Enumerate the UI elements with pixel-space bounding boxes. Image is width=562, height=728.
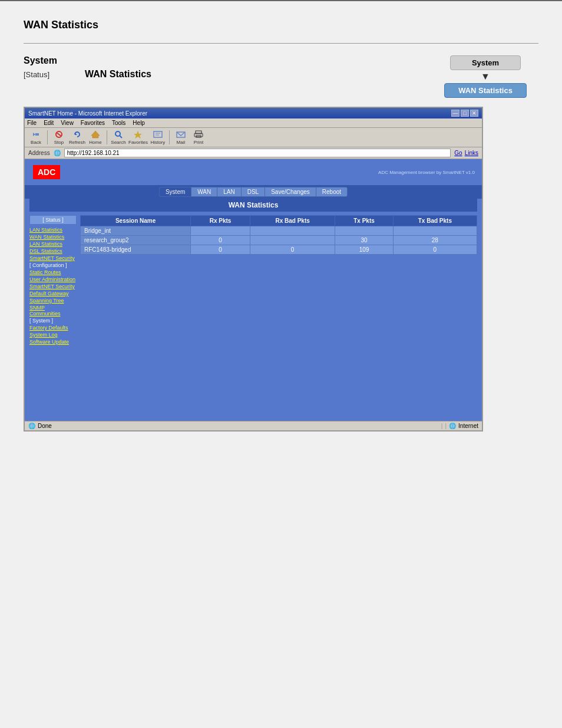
row-1-rx-bad <box>250 226 335 236</box>
table-row: RFC1483-bridged 0 0 109 0 <box>81 245 477 255</box>
wan-statistics-table: Session Name Rx Pkts Rx Bad Pkts Tx Pkts… <box>80 215 477 255</box>
ie-address-input[interactable] <box>64 149 451 157</box>
sidebar-item-spanning-tree[interactable]: Spanning Tree <box>29 297 77 304</box>
row-3-tx-bad: 0 <box>393 245 477 255</box>
row-1-tx-bad <box>393 226 477 236</box>
sidebar-item-wan-stats[interactable]: WAN Statistics <box>29 233 77 241</box>
row-2-tx-pkts: 30 <box>335 236 393 245</box>
ie-history-label: History <box>150 140 165 145</box>
ie-menu-favorites[interactable]: Favorites <box>81 120 105 126</box>
ie-refresh-label: Refresh <box>69 140 85 145</box>
ie-nav-tabs-inner: System WAN LAN DSL Save/Changes Reboot <box>159 187 348 197</box>
nav-tab-save[interactable]: Save/Changes <box>265 187 316 196</box>
ie-stop-label: Stop <box>54 140 64 145</box>
col-header-session: Session Name <box>81 216 191 226</box>
bc-arrow-icon: ▼ <box>481 71 490 82</box>
ie-statusbar: 🌐 Done | | 🌐 Internet <box>25 421 482 430</box>
col-header-tx-bad: Tx Bad Pkts <box>393 216 477 226</box>
ie-status-left: 🌐 Done <box>28 423 52 429</box>
ie-go-link[interactable]: Go <box>454 150 462 156</box>
sidebar-item-smartnet-security[interactable]: SmartNET Security <box>29 255 77 262</box>
breadcrumb-system: System <box>24 55 151 66</box>
ie-print-button[interactable]: Print <box>191 130 206 145</box>
sidebar-item-syslog[interactable]: System Log <box>29 331 77 338</box>
ie-browser-window: SmartNET Home - Microsoft Internet Explo… <box>24 107 483 431</box>
row-2-tx-bad: 28 <box>393 236 477 245</box>
ie-maximize-button[interactable]: □ <box>461 110 469 117</box>
sidebar-item-lan-stats-2[interactable]: LAN Statistics <box>29 241 77 248</box>
ie-search-button[interactable]: Search <box>111 130 126 145</box>
ie-history-button[interactable]: History <box>150 130 166 145</box>
nav-tab-reboot[interactable]: Reboot <box>316 187 347 196</box>
table-row: Bridge_int <box>81 226 477 236</box>
ie-favorites-label: Favorites <box>128 140 148 145</box>
ie-stop-button[interactable]: Stop <box>51 130 67 145</box>
ie-refresh-button[interactable]: Refresh <box>69 130 85 145</box>
sidebar-item-factory[interactable]: Factory Defaults <box>29 324 77 331</box>
sidebar-item-user-admin[interactable]: User Administration <box>29 276 77 283</box>
adc-logo: ADC <box>33 165 60 179</box>
ie-links-label[interactable]: Links <box>465 150 478 156</box>
ie-mail-label: Mail <box>177 140 186 145</box>
sidebar-item-software[interactable]: Software Update <box>29 338 77 345</box>
content-spacer <box>25 350 482 421</box>
col-header-rx-pkts: Rx Pkts <box>191 216 250 226</box>
ie-address-bar: Address 🌐 Go Links <box>25 147 482 159</box>
toolbar-separator-1 <box>47 130 48 144</box>
ie-home-button[interactable]: Home <box>88 130 103 145</box>
ie-minimize-button[interactable]: — <box>451 110 459 117</box>
svg-rect-5 <box>72 130 82 139</box>
ie-menu-tools[interactable]: Tools <box>112 120 125 126</box>
col-header-rx-bad: Rx Bad Pkts <box>250 216 335 226</box>
row-1-name: Bridge_int <box>81 226 191 236</box>
management-text: ADC Management browser by SmartNET v1.0 <box>375 169 478 176</box>
row-2-rx-pkts: 0 <box>191 236 250 245</box>
bc-system-button[interactable]: System <box>450 55 521 70</box>
ie-status-text: Done <box>38 423 52 429</box>
breadcrumb-status: [Status] <box>24 70 49 79</box>
ie-menubar: File Edit View Favorites Tools Help <box>25 118 482 128</box>
col-header-tx-pkts: Tx Pkts <box>335 216 393 226</box>
sidebar-item-dsl-stats[interactable]: DSL Statistics <box>29 248 77 255</box>
header-rule <box>24 43 538 44</box>
sidebar-status-button[interactable]: [ Status ] <box>29 215 77 225</box>
ie-status-icon: 🌐 <box>28 423 35 429</box>
breadcrumb-area: System [Status] WAN Statistics System ▼ … <box>24 55 538 98</box>
ie-body: [ Status ] LAN Statistics WAN Statistics… <box>25 215 482 350</box>
ie-menu-view[interactable]: View <box>61 120 74 126</box>
ie-titlebar: SmartNET Home - Microsoft Internet Explo… <box>25 108 482 118</box>
nav-tab-lan[interactable]: LAN <box>217 187 241 196</box>
ie-mail-button[interactable]: Mail <box>173 130 189 145</box>
ie-sidebar: [ Status ] LAN Statistics WAN Statistics… <box>29 215 77 345</box>
row-1-tx-pkts <box>335 226 393 236</box>
ie-address-right: Go Links <box>454 150 478 156</box>
nav-tab-wan[interactable]: WAN <box>191 187 217 196</box>
ie-menu-help[interactable]: Help <box>133 120 145 126</box>
sidebar-item-static-routes[interactable]: Static Routes <box>29 269 77 276</box>
sidebar-item-lan-stats[interactable]: LAN Statistics <box>29 226 77 233</box>
row-3-rx-pkts: 0 <box>191 245 250 255</box>
ie-titlebar-buttons: — □ ✕ <box>451 110 478 117</box>
ie-toolbar: Back Stop Ref <box>25 128 482 147</box>
ie-close-button[interactable]: ✕ <box>470 110 478 117</box>
bc-wan-button[interactable]: WAN Statistics <box>444 83 527 98</box>
nav-tab-system[interactable]: System <box>160 187 191 196</box>
ie-menu-edit[interactable]: Edit <box>44 120 54 126</box>
ie-favorites-button[interactable]: Favorites <box>128 130 148 145</box>
sidebar-item-smartnet-sec[interactable]: SmartNET Security <box>29 283 77 290</box>
sidebar-item-system-header: [ System ] <box>29 317 77 324</box>
nav-tab-dsl[interactable]: DSL <box>242 187 265 196</box>
ie-back-button[interactable]: Back <box>28 130 44 145</box>
row-2-rx-bad <box>250 236 335 245</box>
sidebar-item-default-gw[interactable]: Default Gateway <box>29 290 77 297</box>
ie-page-header: WAN Statistics <box>29 199 477 212</box>
table-row: research_group2 0 30 28 <box>81 236 477 245</box>
ie-home-label: Home <box>89 140 101 145</box>
row-2-name: research_group2 <box>81 236 191 245</box>
ie-window-title: SmartNET Home - Microsoft Internet Explo… <box>28 110 147 117</box>
ie-menu-file[interactable]: File <box>27 120 37 126</box>
breadcrumb-right: System ▼ WAN Statistics <box>444 55 527 98</box>
sidebar-item-snmp[interactable]: SNMP Communities <box>29 304 77 317</box>
row-3-name: RFC1483-bridged <box>81 245 191 255</box>
ie-internet-label: 🌐 <box>449 423 456 429</box>
